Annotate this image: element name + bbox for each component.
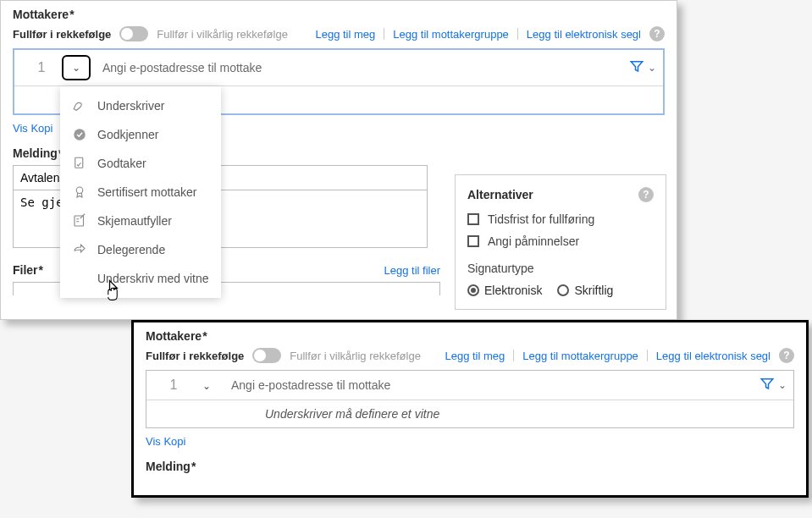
check-circle-icon xyxy=(72,127,87,142)
dropdown-sertifisert[interactable]: Sertifisert mottaker xyxy=(60,178,221,207)
message-title-2: Melding xyxy=(146,460,196,473)
add-me-link[interactable]: Legg til meg xyxy=(315,28,375,41)
help-icon-2[interactable]: ? xyxy=(779,348,794,363)
add-recipient-group-link[interactable]: Legg til mottakergruppe xyxy=(393,28,509,41)
reminders-checkbox[interactable] xyxy=(467,235,479,247)
recipient-email-input[interactable]: Angi e-postadresse til mottake xyxy=(102,61,629,74)
add-files-link[interactable]: Legg til filer xyxy=(384,264,440,277)
help-icon[interactable]: ? xyxy=(649,26,665,41)
recipient-number-2: 1 xyxy=(153,377,194,393)
reminders-option[interactable]: Angi påminnelser xyxy=(467,234,654,248)
order-row-2: Fullfør i rekkefølge Fullfør i vilkårlig… xyxy=(146,348,794,363)
filter-icon[interactable] xyxy=(629,58,644,77)
recipient-type-dropdown-trigger[interactable]: ⌄ xyxy=(62,55,91,80)
badge-icon xyxy=(72,185,87,200)
deadline-checkbox[interactable] xyxy=(467,213,479,225)
order-toggle-2[interactable] xyxy=(252,348,281,363)
radio-electronic[interactable] xyxy=(467,284,479,296)
forward-arrow-icon xyxy=(72,242,87,257)
order-row: Fullfør i rekkefølge Fullfør i vilkårlig… xyxy=(13,26,665,41)
add-recipient-group-link-2[interactable]: Legg til mottakergruppe xyxy=(522,350,638,362)
sig-electronic-option[interactable]: Elektronisk xyxy=(467,284,542,297)
recipient-type-dropdown: Underskriver Godkjenner Godtaker Sertifi… xyxy=(60,86,221,298)
svg-rect-1 xyxy=(75,157,83,168)
dropdown-godkjenner[interactable]: Godkjenner xyxy=(60,120,221,149)
svg-rect-3 xyxy=(75,216,84,226)
document-check-icon xyxy=(72,156,87,171)
alternatives-title: Alternativer xyxy=(467,188,533,201)
witness-icon xyxy=(72,271,87,286)
dropdown-underskriver[interactable]: Underskriver xyxy=(60,91,221,120)
order-toggle[interactable] xyxy=(119,26,148,41)
svg-point-2 xyxy=(76,187,83,194)
alternatives-box: Alternativer ? Tidsfrist for fullføring … xyxy=(455,174,666,310)
dropdown-godtaker[interactable]: Godtaker xyxy=(60,149,221,178)
pen-icon xyxy=(72,98,87,113)
recipients-title: Mottakere xyxy=(13,8,665,21)
alternatives-help-icon[interactable]: ? xyxy=(638,187,654,202)
chevron-down-icon-2: ⌄ xyxy=(202,380,211,392)
order-label: Fullfør i rekkefølge xyxy=(13,28,111,41)
recipient-email-input-2[interactable]: Angi e-postadresse til mottake xyxy=(231,378,760,392)
dropdown-underskriv-vitne[interactable]: Underskriv med vitne xyxy=(60,264,221,293)
deadline-option[interactable]: Tidsfrist for fullføring xyxy=(467,212,654,226)
files-title: Filer xyxy=(13,263,43,277)
order-alt-label: Fullfør i vilkårlig rekkefølge xyxy=(157,28,288,41)
recipient-number: 1 xyxy=(21,60,62,75)
add-electronic-seal-link-2[interactable]: Legg til elektronisk segl xyxy=(656,350,771,362)
order-label-2: Fullfør i rekkefølge xyxy=(146,350,244,362)
add-electronic-seal-link[interactable]: Legg til elektronisk segl xyxy=(527,28,641,41)
sig-written-option[interactable]: Skriftlig xyxy=(557,284,613,297)
signature-type-label: Signaturtype xyxy=(467,262,654,275)
form-fill-icon xyxy=(72,213,87,229)
witness-note-2: Underskriver må definere et vitne xyxy=(146,400,793,427)
auth-chevron-icon[interactable]: ⌄ xyxy=(648,62,656,74)
chevron-down-icon: ⌄ xyxy=(72,62,80,74)
radio-written[interactable] xyxy=(557,284,569,296)
recipient-type-dropdown-trigger-2[interactable]: ⌄ xyxy=(194,378,219,392)
add-me-link-2[interactable]: Legg til meg xyxy=(445,350,505,362)
recipient-row-2: 1 ⌄ Angi e-postadresse til mottake ⌄ Und… xyxy=(146,370,794,428)
show-copy-link[interactable]: Vis Kopi xyxy=(13,122,52,135)
auth-chevron-icon-2[interactable]: ⌄ xyxy=(778,379,787,391)
order-alt-label-2: Fullfør i vilkårlig rekkefølge xyxy=(290,350,421,362)
filter-icon-2[interactable] xyxy=(760,376,775,394)
recipients-title-2: Mottakere xyxy=(146,329,794,343)
dropdown-skjemautfyller[interactable]: Skjemautfyller xyxy=(60,207,221,235)
svg-point-0 xyxy=(74,129,86,141)
dropdown-delegerende[interactable]: Delegerende xyxy=(60,235,221,264)
show-copy-link-2[interactable]: Vis Kopi xyxy=(146,435,185,448)
